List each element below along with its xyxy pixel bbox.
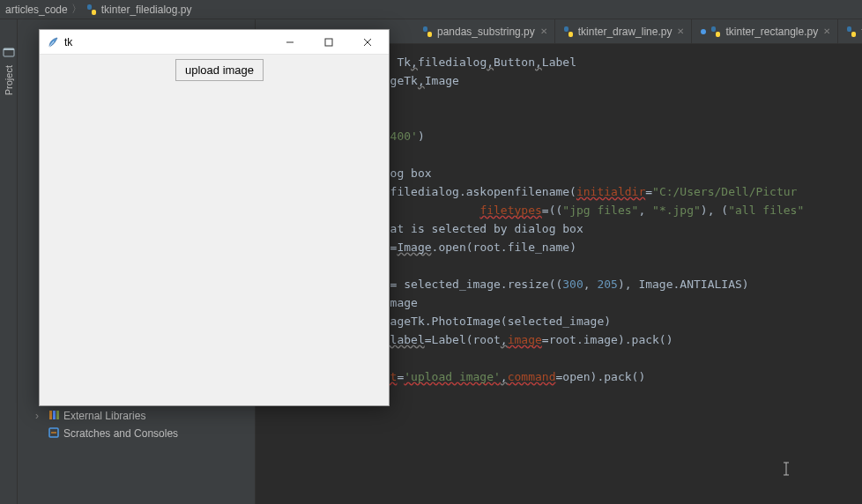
modified-dot-icon	[701, 29, 706, 34]
svg-rect-15	[851, 32, 856, 37]
feather-icon	[47, 36, 59, 48]
svg-rect-16	[325, 39, 332, 46]
svg-rect-14	[847, 26, 851, 32]
python-file-icon	[710, 26, 722, 38]
tab-tkinter-filedialog-partial[interactable]: tki	[838, 19, 862, 43]
tab-pandas-substring[interactable]: pandas_substring.py ✕	[414, 19, 555, 43]
python-file-icon	[421, 26, 434, 38]
close-button[interactable]	[348, 30, 387, 55]
project-tool-rail[interactable]: Project	[0, 19, 18, 504]
svg-rect-5	[53, 411, 56, 419]
python-file-icon	[562, 26, 575, 38]
close-icon[interactable]: ✕	[823, 26, 830, 36]
breadcrumb-separator: 〉	[71, 2, 82, 17]
svg-rect-8	[423, 26, 427, 32]
tree-scratches[interactable]: Scratches and Consoles	[23, 425, 249, 442]
upload-image-button[interactable]: upload image	[175, 59, 264, 81]
scratches-icon	[48, 426, 60, 441]
svg-rect-1	[92, 10, 96, 15]
breadcrumb-folder[interactable]: articles_code	[5, 4, 68, 16]
tree-item-label: Scratches and Consoles	[63, 427, 178, 440]
svg-rect-4	[49, 411, 52, 419]
svg-rect-11	[568, 32, 573, 37]
chevron-right-icon: ›	[35, 410, 44, 422]
breadcrumb-file[interactable]: tkinter_filedialog.py	[85, 4, 192, 16]
svg-rect-6	[56, 411, 59, 419]
minimize-button[interactable]	[271, 30, 309, 55]
tk-titlebar[interactable]: tk	[40, 30, 389, 55]
tree-item-label: External Libraries	[63, 410, 145, 422]
close-icon[interactable]: ✕	[540, 26, 547, 36]
tk-window[interactable]: tk upload image	[39, 29, 390, 406]
tree-external-libraries[interactable]: › External Libraries	[23, 407, 249, 425]
svg-rect-10	[564, 26, 568, 32]
project-rail-label: Project	[4, 65, 14, 95]
tk-window-body: upload image	[40, 55, 389, 405]
python-file-icon	[845, 26, 858, 38]
library-icon	[48, 409, 60, 424]
close-icon[interactable]: ✕	[677, 26, 684, 36]
tab-tkinter-draw-line[interactable]: tkinter_draw_line.py ✕	[555, 19, 693, 43]
svg-rect-3	[4, 48, 14, 50]
svg-rect-13	[716, 32, 720, 37]
tk-window-title: tk	[64, 36, 271, 48]
maximize-button[interactable]	[309, 30, 348, 55]
breadcrumb: articles_code 〉 tkinter_filedialog.py	[0, 0, 862, 19]
text-cursor-icon	[726, 442, 735, 458]
project-rail-icon	[3, 46, 15, 58]
python-file-icon	[85, 4, 98, 16]
tab-tkinter-rectangle[interactable]: tkinter_rectangle.py ✕	[692, 19, 838, 43]
svg-rect-12	[711, 26, 716, 32]
svg-rect-0	[87, 4, 92, 10]
svg-rect-9	[427, 32, 432, 37]
